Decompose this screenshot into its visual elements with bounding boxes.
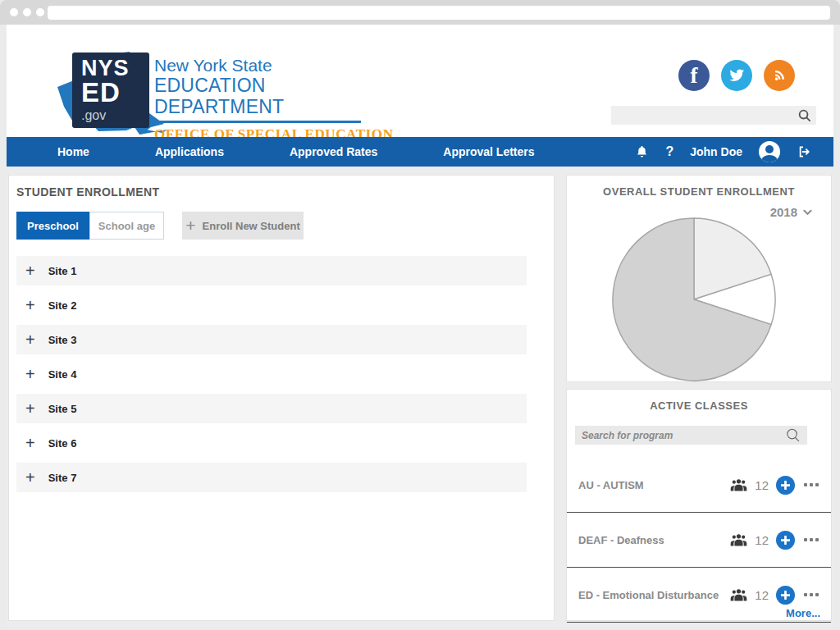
active-classes-title: ACTIVE CLASSES	[567, 399, 831, 412]
content-area: STUDENT ENROLLMENT Preschool School age …	[7, 167, 833, 627]
org-divider	[154, 121, 361, 123]
more-link[interactable]: More...	[786, 607, 820, 619]
sites-accordion: + Site 1 + Site 2 + Site 3 + Site 4 +	[16, 256, 554, 492]
expand-plus-icon[interactable]: +	[25, 332, 35, 347]
overall-enrollment-title: OVERALL STUDENT ENROLLMENT	[567, 185, 831, 198]
user-name[interactable]: John Doe	[690, 145, 742, 158]
nysed-badge: NYS ED .gov	[72, 52, 149, 128]
overall-enrollment-panel: OVERALL STUDENT ENROLLMENT 2018	[566, 175, 832, 382]
class-count: 12	[755, 478, 769, 492]
class-count: 12	[755, 588, 769, 602]
expand-plus-icon[interactable]: +	[25, 436, 35, 450]
site-row[interactable]: + Site 7	[16, 463, 527, 492]
social-links: f	[678, 60, 795, 91]
badge-line-nys: NYS	[81, 57, 149, 80]
plus-icon	[781, 591, 790, 600]
site-label: Site 5	[48, 403, 77, 415]
student-enrollment-title: STUDENT ENROLLMENT	[16, 185, 554, 199]
site-row[interactable]: + Site 5	[16, 394, 527, 423]
window-dot	[10, 8, 18, 16]
class-count: 12	[755, 533, 769, 547]
class-options-menu-icon[interactable]	[802, 535, 820, 545]
site-label: Site 7	[48, 472, 77, 484]
class-name: AU - AUTISM	[578, 479, 644, 491]
site-row[interactable]: + Site 2	[16, 290, 527, 320]
site-row[interactable]: + Site 1	[16, 256, 527, 285]
student-enrollment-panel: STUDENT ENROLLMENT Preschool School age …	[8, 175, 555, 621]
main-navbar: Home Applications Approved Rates Approva…	[7, 137, 833, 167]
site-row[interactable]: + Site 4	[16, 359, 527, 389]
twitter-icon[interactable]	[721, 60, 752, 91]
class-options-menu-icon[interactable]	[802, 590, 820, 600]
class-name: DEAF - Deafness	[578, 534, 664, 546]
add-class-button[interactable]	[776, 586, 795, 605]
notifications-bell-icon[interactable]	[635, 144, 649, 159]
facebook-icon[interactable]: f	[678, 60, 710, 91]
enroll-new-student-button[interactable]: + Enroll New Student	[182, 212, 304, 240]
enrollment-pie-chart	[608, 213, 780, 386]
header-search-box	[611, 106, 816, 125]
browser-address-bar[interactable]	[48, 6, 830, 20]
program-search-input[interactable]	[575, 426, 785, 445]
logout-icon[interactable]	[797, 144, 812, 159]
expand-plus-icon[interactable]: +	[25, 367, 35, 381]
header-search-icon[interactable]	[797, 108, 811, 122]
nav-item-approval-letters[interactable]: Approval Letters	[443, 145, 534, 158]
header-search-input[interactable]	[611, 106, 797, 125]
tab-school-age[interactable]: School age	[89, 212, 164, 240]
nysed-logo[interactable]: NYS ED .gov	[48, 48, 171, 136]
site-label: Site 4	[48, 368, 77, 381]
badge-line-gov: .gov	[81, 107, 149, 124]
nav-item-applications[interactable]: Applications	[155, 145, 224, 158]
expand-plus-icon[interactable]: +	[25, 470, 35, 485]
expand-plus-icon[interactable]: +	[25, 298, 35, 313]
expand-plus-icon[interactable]: +	[25, 401, 35, 416]
site-label: Site 3	[48, 334, 77, 346]
browser-window-dots	[10, 8, 44, 16]
class-options-menu-icon[interactable]	[802, 480, 820, 490]
site-header: NYS ED .gov New York State EDUCATION DEP…	[7, 25, 833, 137]
nav-links: Home Applications Approved Rates Approva…	[7, 145, 635, 158]
add-class-button[interactable]	[776, 476, 795, 495]
rss-icon[interactable]	[764, 60, 795, 91]
plus-icon	[781, 536, 790, 545]
help-icon[interactable]: ?	[665, 144, 673, 159]
nav-user-area: ? John Doe	[635, 141, 833, 162]
org-title-block: New York State EDUCATION DEPARTMENT OFFI…	[154, 56, 400, 143]
chevron-down-icon	[803, 209, 812, 216]
plus-icon	[781, 481, 790, 490]
window-dot	[23, 8, 31, 16]
org-line-department: EDUCATION DEPARTMENT	[154, 75, 400, 117]
add-class-button[interactable]	[776, 531, 795, 550]
program-search-box	[575, 426, 807, 445]
active-classes-panel: ACTIVE CLASSES AU - AUTISM 12	[566, 389, 832, 621]
nav-item-approved-rates[interactable]: Approved Rates	[290, 145, 377, 158]
tab-preschool[interactable]: Preschool	[16, 212, 89, 240]
user-avatar-icon[interactable]	[759, 141, 780, 162]
class-row: ED - Emotional Disturbance 12 More...	[567, 568, 831, 623]
site-label: Site 1	[48, 265, 77, 277]
badge-line-ed: ED	[81, 80, 149, 106]
site-row[interactable]: + Site 3	[16, 325, 527, 354]
browser-title-bar	[0, 0, 840, 25]
class-list: AU - AUTISM 12 DEAF - Deafness 12	[567, 458, 831, 623]
students-group-icon	[730, 533, 747, 546]
nav-item-home[interactable]: Home	[57, 145, 89, 158]
program-search-icon[interactable]	[785, 427, 801, 443]
site-row[interactable]: + Site 6	[16, 428, 527, 458]
class-row: AU - AUTISM 12	[567, 458, 831, 513]
class-name: ED - Emotional Disturbance	[578, 589, 719, 601]
page: NYS ED .gov New York State EDUCATION DEP…	[7, 25, 833, 627]
enrollment-tabs: Preschool School age + Enroll New Studen…	[16, 212, 554, 240]
expand-plus-icon[interactable]: +	[25, 263, 35, 278]
org-line-nys: New York State	[154, 56, 400, 75]
window-dot	[36, 8, 44, 16]
enroll-new-student-label: Enroll New Student	[203, 220, 300, 232]
site-label: Site 2	[48, 299, 77, 312]
students-group-icon	[730, 588, 747, 601]
class-row: DEAF - Deafness 12	[567, 513, 831, 568]
site-label: Site 6	[48, 437, 77, 450]
plus-icon: +	[185, 217, 195, 234]
students-group-icon	[730, 478, 747, 491]
